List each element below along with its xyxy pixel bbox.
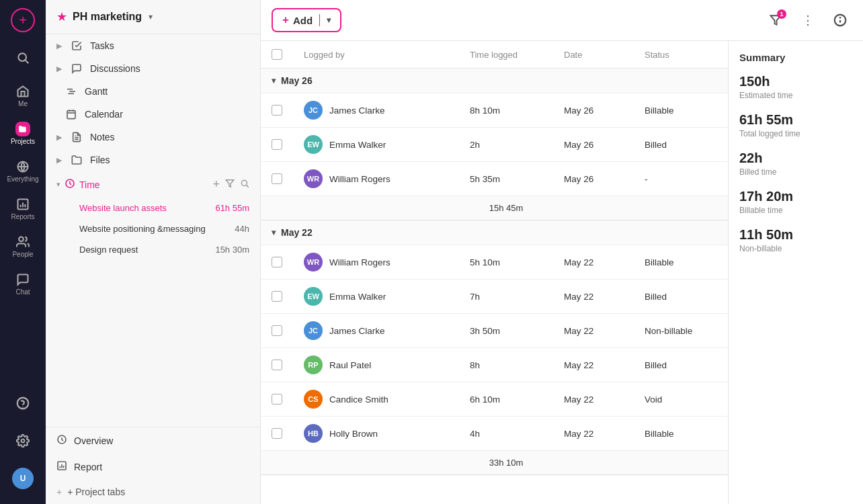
sidebar-item-everything[interactable]: Everything: [5, 153, 40, 188]
sidebar-item-files[interactable]: ▶ Files: [46, 149, 260, 171]
row-user: JC James Clarke: [293, 93, 459, 127]
sidebar-item-search[interactable]: [5, 40, 40, 75]
time-sub-website-positioning[interactable]: Website positioning &messaging 44h: [46, 218, 260, 239]
avatar: JC: [304, 101, 323, 120]
row-status: Billed: [634, 280, 728, 313]
sidebar: ★ PH marketing ▾ ▶ Tasks ▶ Discussions G…: [46, 0, 261, 504]
sidebar-item-overview[interactable]: Overview: [46, 427, 260, 454]
time-search-icon[interactable]: [240, 179, 249, 190]
row-user: JC James Clarke: [293, 314, 459, 347]
table-row: EW Emma Walker 2h May 26 Billed: [261, 128, 728, 162]
row-checkbox[interactable]: [261, 348, 293, 382]
row-checkbox[interactable]: [261, 382, 293, 416]
row-checkbox[interactable]: [261, 417, 293, 450]
sidebar-item-tasks[interactable]: ▶ Tasks: [46, 34, 260, 57]
project-header[interactable]: ★ PH marketing ▾: [46, 0, 260, 34]
more-options-button[interactable]: ⋮: [796, 8, 820, 32]
summary-billed-value: 22h: [739, 151, 852, 166]
row-user: HB Holly Brown: [293, 417, 459, 450]
add-button[interactable]: + Add ▾: [272, 8, 341, 32]
row-status: Billable: [634, 93, 728, 127]
calendar-label: Calendar: [85, 109, 123, 120]
row-date: May 26: [553, 93, 634, 127]
sidebar-item-reports[interactable]: Reports: [5, 191, 40, 226]
sidebar-item-discussions[interactable]: ▶ Discussions: [46, 57, 260, 80]
row-checkbox[interactable]: [261, 162, 293, 196]
row-checkbox[interactable]: [261, 93, 293, 127]
row-checkbox[interactable]: [261, 280, 293, 313]
everything-label: Everything: [7, 175, 38, 183]
chat-label: Chat: [15, 288, 30, 296]
svg-line-1: [26, 60, 29, 64]
avatar: EW: [304, 135, 323, 154]
row-date: May 22: [553, 314, 634, 347]
report-label: Report: [74, 462, 102, 472]
info-button[interactable]: [828, 8, 852, 32]
subtotal-value: 15h 45m: [459, 196, 553, 220]
time-add-icon[interactable]: +: [212, 177, 220, 192]
add-project-tabs-button[interactable]: + + Project tabs: [46, 480, 260, 504]
reports-label: Reports: [11, 213, 34, 220]
row-status: Billable: [634, 417, 728, 450]
sidebar-item-help[interactable]: [5, 386, 40, 421]
tasks-expand-icon: ▶: [56, 42, 62, 50]
time-sub-design-request[interactable]: Design request 15h 30m: [46, 239, 260, 260]
summary-billable-label: Billable time: [739, 206, 852, 215]
time-sub-label: Website launch assets: [79, 203, 215, 213]
time-section-header[interactable]: ▾ Time +: [46, 171, 260, 198]
row-date: May 22: [553, 382, 634, 416]
row-checkbox[interactable]: [261, 245, 293, 279]
svg-point-16: [241, 180, 247, 185]
globe-icon: [15, 159, 30, 174]
user-name: James Clarke: [329, 326, 385, 336]
svg-point-6: [22, 439, 25, 443]
files-icon: [70, 155, 83, 165]
row-time: 7h: [459, 280, 553, 313]
sidebar-item-settings[interactable]: [5, 423, 40, 458]
row-checkbox[interactable]: [261, 314, 293, 347]
global-add-button[interactable]: +: [11, 8, 35, 32]
subtotal-value: 33h 10m: [459, 451, 553, 474]
chat-icon: [15, 272, 30, 287]
sidebar-item-calendar[interactable]: Calendar: [46, 103, 260, 126]
avatar: U: [12, 468, 34, 489]
time-sub-label: Website positioning &messaging: [79, 224, 235, 234]
row-status: -: [634, 162, 728, 196]
user-name: Holly Brown: [329, 429, 378, 439]
group-row-may22[interactable]: ▾ May 22: [261, 220, 728, 245]
row-time: 6h 10m: [459, 382, 553, 416]
avatar: RP: [304, 355, 323, 374]
user-name: Candice Smith: [329, 394, 388, 405]
tasks-icon: [70, 40, 83, 51]
row-checkbox[interactable]: [261, 128, 293, 161]
people-label: People: [12, 251, 33, 258]
header-checkbox-cell: [261, 41, 293, 68]
select-all-checkbox[interactable]: [272, 49, 282, 60]
time-label: Time: [79, 179, 208, 190]
user-name: James Clarke: [329, 106, 385, 116]
sidebar-item-gantt[interactable]: Gantt: [46, 80, 260, 103]
group-row-may26[interactable]: ▾ May 26: [261, 69, 728, 93]
filter-button[interactable]: 1: [764, 8, 788, 32]
sidebar-item-me[interactable]: Me: [5, 78, 40, 113]
sidebar-item-projects[interactable]: Projects: [5, 116, 40, 151]
user-avatar-button[interactable]: U: [5, 461, 40, 496]
add-plus-icon: +: [282, 13, 289, 27]
sidebar-item-report[interactable]: Report: [46, 454, 260, 480]
add-tabs-icon: +: [56, 487, 62, 497]
time-filter-icon[interactable]: [225, 179, 235, 190]
time-sub-website-launch[interactable]: Website launch assets 61h 55m: [46, 198, 260, 218]
row-time: 5h 35m: [459, 162, 553, 196]
group-collapse-icon: ▾: [272, 76, 276, 85]
sidebar-item-people[interactable]: People: [5, 228, 40, 263]
sidebar-item-chat[interactable]: Chat: [5, 266, 40, 301]
time-sub-label: Design request: [79, 245, 215, 255]
table-row: RP Raul Patel 8h May 22 Billed: [261, 348, 728, 382]
sidebar-item-notes[interactable]: ▶ Notes: [46, 126, 260, 149]
home-icon: [15, 84, 30, 99]
time-sub-hours: 15h 30m: [215, 245, 249, 255]
sidebar-bottom: Overview Report + + Project tabs: [46, 427, 260, 504]
row-user: EW Emma Walker: [293, 128, 459, 161]
more-icon: ⋮: [802, 13, 814, 28]
time-table: Logged by Time logged Date Status ▾ May …: [261, 41, 729, 504]
